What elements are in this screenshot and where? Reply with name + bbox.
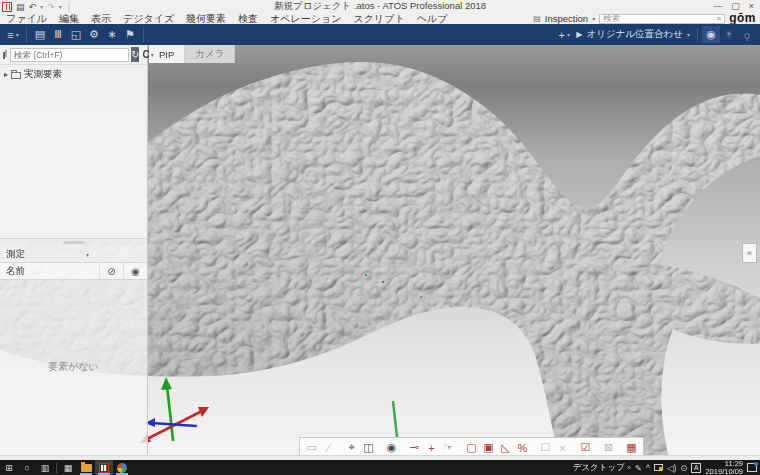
hide-filter-icon[interactable]: ⊘ [99, 263, 123, 279]
invert-selection-icon: ∕ [320, 439, 337, 456]
measuring-volume-button[interactable]: ◱ [67, 26, 85, 43]
main-menu-button[interactable]: ≡ ▾ [4, 26, 22, 43]
tray-expand-icon[interactable]: ^ [646, 463, 650, 473]
folder-icon [81, 464, 92, 472]
close-button[interactable]: × [749, 1, 754, 12]
atos-app-button[interactable] [95, 460, 113, 475]
add-element-button[interactable]: + ▾ [555, 26, 573, 43]
window-title: 新規プロジェクト .atos - ATOS Professional 2018 [0, 0, 760, 13]
redo-caret-icon: ▾ [59, 3, 62, 10]
quick-access-toolbar: ▤ ↶ ▾ ↷ ▾ | [2, 1, 72, 12]
transform-icon: × [554, 439, 571, 456]
flag-marker-button[interactable]: ⚑ [121, 26, 139, 43]
action-center-icon[interactable] [747, 463, 757, 472]
checkbox-confirm-icon[interactable]: ☑ [577, 439, 594, 456]
angle-measure-icon[interactable]: ◺ [497, 439, 514, 456]
camera-check-icon[interactable]: ◉ [383, 439, 400, 456]
menu-geometry[interactable]: 幾何要素 [180, 13, 232, 24]
add-caret-icon: ▾ [567, 31, 570, 38]
name-filter-row: 名前 ⊘ ◉ [0, 262, 147, 280]
panel-splitter[interactable] [0, 238, 147, 246]
refresh-button[interactable]: ↻ [131, 47, 139, 62]
tree-node-measured-elements[interactable]: ▸ 実測要素 [4, 68, 143, 81]
speaker-icon[interactable]: ◁) [667, 463, 676, 473]
toolbar-separator [697, 28, 698, 42]
menu-scripting[interactable]: スクリプト [348, 13, 411, 24]
select-area-icon[interactable]: ⌖ [343, 439, 360, 456]
grid-sections-icon[interactable]: ▦ [623, 439, 640, 456]
clock[interactable]: 11:29 2019/10/09 [705, 460, 743, 475]
probe-hand-icon[interactable]: ☞ [440, 439, 457, 456]
clock-date: 2019/10/09 [705, 468, 743, 475]
element-search-input[interactable] [10, 48, 129, 62]
tree-node-label[interactable]: 実測要素 [24, 68, 62, 81]
menu-edit[interactable]: 編集 [53, 13, 85, 24]
menu-view[interactable]: 表示 [85, 13, 117, 24]
start-button[interactable]: ⊞ [0, 460, 18, 475]
main-toolbar: ≡ ▾ ▤ Ⅲ ◱ ⚙ ∗ ⚑ + ▾ ▶ オリジナル位置合わせ ▾ ◉ ☀ ϙ [0, 24, 760, 45]
menu-file[interactable]: ファイル [0, 13, 53, 24]
measurement-section-header[interactable]: 測定 ▾ [0, 246, 147, 262]
webcam-view-button[interactable]: ◉ [702, 26, 720, 43]
undo-icon[interactable]: ↶ [29, 2, 37, 12]
paste-elements-button[interactable]: ▤ [31, 26, 49, 43]
create-point-icon[interactable]: ⊸ [406, 439, 423, 456]
gom-logo: gōm [729, 13, 756, 24]
deviation-label-icon[interactable]: % [514, 439, 531, 456]
atos-icon [99, 463, 109, 473]
search-expand-icon[interactable]: » [717, 14, 721, 23]
reference-points-button[interactable]: ∗ [103, 26, 121, 43]
recalculate-button[interactable]: C ▾ [141, 49, 154, 60]
menu-inspection[interactable]: 検査 [232, 13, 264, 24]
alignment-button[interactable]: ▶ オリジナル位置合わせ ▾ [573, 26, 693, 43]
save-icon[interactable]: ▤ [16, 2, 25, 12]
tab-camera[interactable]: カメラ [185, 45, 235, 63]
sensor-settings-button[interactable]: ⚙ [85, 26, 103, 43]
desktop-chevrons-icon: » [627, 464, 631, 471]
toolbar-separator [143, 28, 144, 42]
recalculate-caret-icon: ▾ [151, 51, 154, 58]
workspace-caret-icon[interactable]: ▾ [592, 15, 595, 22]
menu-operations[interactable]: オペレーション [264, 13, 347, 24]
desktop-toolbar[interactable]: デスクトップ » [573, 462, 631, 474]
restore-button[interactable]: ▢ [731, 1, 740, 12]
create-plane-icon[interactable]: + [423, 439, 440, 456]
minimize-button[interactable]: — [713, 1, 722, 12]
plus-icon: + [559, 29, 565, 41]
select-through-icon[interactable]: ◫ [360, 439, 377, 456]
menu-digitize[interactable]: デジタイズ [117, 13, 180, 24]
file-explorer-button[interactable] [77, 460, 95, 475]
element-explorer-panel: ↻ C ▾ ▸ 実測要素 測定 ▾ 名前 ⊘ ◉ 要素がない [0, 45, 148, 455]
rectangle-outline-icon[interactable]: ▢ [463, 439, 480, 456]
detach-window-icon[interactable] [3, 52, 5, 59]
expand-arrow-icon[interactable]: ▸ [4, 70, 8, 79]
menu-bar: ファイル 編集 表示 デジタイズ 幾何要素 検査 オペレーション スクリプト ヘ… [0, 13, 760, 24]
task-view-button[interactable]: ▥ [36, 460, 54, 475]
element-tree: ▸ 実測要素 [0, 65, 147, 238]
name-column-label[interactable]: 名前 [0, 265, 99, 278]
device-warning-icon[interactable] [654, 464, 663, 471]
right-panel-collapse-button[interactable]: « [742, 243, 757, 263]
browser-app-button[interactable] [113, 460, 131, 475]
measurement-caret-icon[interactable]: ▾ [86, 251, 89, 258]
tray-circle-icon[interactable]: ⊙ [680, 463, 687, 473]
inspection-mode-icon: ▤ [533, 14, 541, 23]
visibility-eye-icon[interactable]: ◉ [123, 263, 147, 279]
menu-help[interactable]: ヘルプ [411, 13, 454, 24]
rectangle-filled-icon[interactable]: ▣ [480, 439, 497, 456]
recalculate-label: C [142, 49, 149, 60]
undo-caret-icon[interactable]: ▾ [40, 3, 43, 10]
deselect-all-icon: ▭ [303, 439, 320, 456]
exposure-sun-button: ☀ [720, 26, 738, 43]
laser-pointer-button: ϙ [738, 26, 756, 43]
ime-indicator[interactable]: A [691, 463, 701, 473]
pen-tray-icon[interactable]: ✎ [635, 463, 642, 473]
scale-bars-button[interactable]: Ⅲ [49, 26, 67, 43]
global-search-input[interactable]: 検索 » [599, 14, 725, 24]
empty-list-message: 要素がない [0, 280, 147, 455]
windows-taskbar: ⊞ ○ ▥ ▦ デスクトップ » ✎ ^ ◁) ⊙ A 11:29 2019/1… [0, 460, 760, 475]
workspace-selector[interactable]: Inspection [545, 13, 588, 24]
cortana-button[interactable]: ○ [18, 460, 36, 475]
global-search-placeholder: 検索 [603, 13, 620, 25]
calculator-app-button[interactable]: ▦ [59, 460, 77, 475]
